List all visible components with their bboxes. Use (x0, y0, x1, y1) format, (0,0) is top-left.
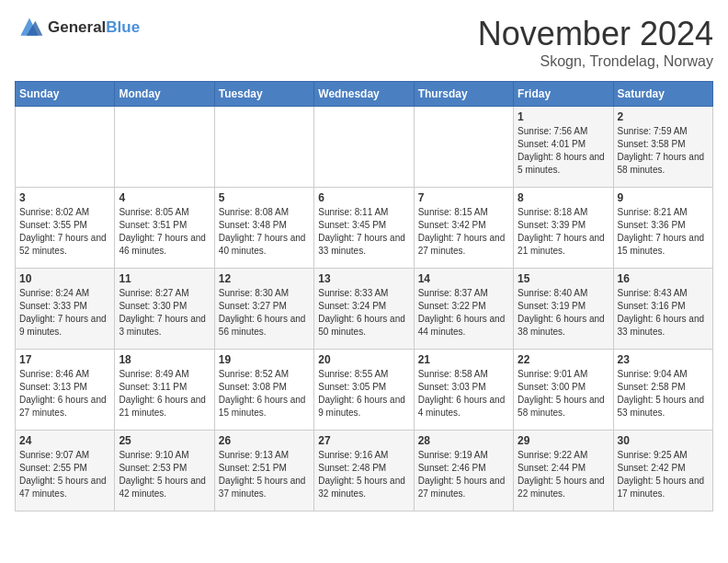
logo: GeneralBlue (15, 15, 140, 40)
cell-content: Sunrise: 8:52 AM Sunset: 3:08 PM Dayligh… (219, 368, 310, 419)
day-number: 12 (219, 272, 310, 285)
calendar-cell: 19Sunrise: 8:52 AM Sunset: 3:08 PM Dayli… (214, 350, 313, 431)
col-saturday: Saturday (613, 82, 712, 107)
calendar-cell: 21Sunrise: 8:58 AM Sunset: 3:03 PM Dayli… (414, 350, 513, 431)
calendar-cell (314, 107, 414, 188)
col-tuesday: Tuesday (214, 82, 313, 107)
calendar-cell (115, 107, 214, 188)
day-number: 13 (318, 272, 409, 285)
day-number: 17 (19, 353, 110, 366)
calendar-cell: 26Sunrise: 9:13 AM Sunset: 2:51 PM Dayli… (214, 431, 313, 511)
calendar-cell: 23Sunrise: 9:04 AM Sunset: 2:58 PM Dayli… (613, 350, 712, 431)
cell-content: Sunrise: 8:18 AM Sunset: 3:39 PM Dayligh… (518, 206, 609, 258)
calendar-cell: 9Sunrise: 8:21 AM Sunset: 3:36 PM Daylig… (613, 188, 712, 269)
calendar-cell: 27Sunrise: 9:16 AM Sunset: 2:48 PM Dayli… (314, 431, 414, 511)
calendar-cell: 11Sunrise: 8:27 AM Sunset: 3:30 PM Dayli… (115, 269, 214, 350)
cell-content: Sunrise: 9:25 AM Sunset: 2:42 PM Dayligh… (618, 449, 709, 500)
calendar-cell: 20Sunrise: 8:55 AM Sunset: 3:05 PM Dayli… (314, 350, 414, 431)
calendar-cell: 8Sunrise: 8:18 AM Sunset: 3:39 PM Daylig… (514, 188, 613, 269)
calendar-cell: 17Sunrise: 8:46 AM Sunset: 3:13 PM Dayli… (16, 350, 115, 431)
cell-content: Sunrise: 8:55 AM Sunset: 3:05 PM Dayligh… (318, 368, 409, 419)
week-row-2: 3Sunrise: 8:02 AM Sunset: 3:55 PM Daylig… (16, 188, 713, 269)
col-thursday: Thursday (414, 82, 513, 107)
day-number: 19 (219, 353, 310, 366)
week-row-1: 1Sunrise: 7:56 AM Sunset: 4:01 PM Daylig… (16, 107, 713, 188)
day-number: 24 (19, 434, 110, 447)
day-number: 20 (318, 353, 409, 366)
calendar-cell: 24Sunrise: 9:07 AM Sunset: 2:55 PM Dayli… (16, 431, 115, 511)
calendar-cell: 6Sunrise: 8:11 AM Sunset: 3:45 PM Daylig… (314, 188, 414, 269)
cell-content: Sunrise: 8:43 AM Sunset: 3:16 PM Dayligh… (618, 287, 709, 339)
calendar-cell (16, 107, 115, 188)
cell-content: Sunrise: 7:59 AM Sunset: 3:58 PM Dayligh… (618, 125, 709, 177)
day-number: 29 (518, 434, 609, 447)
cell-content: Sunrise: 8:49 AM Sunset: 3:11 PM Dayligh… (119, 368, 210, 419)
calendar-cell: 2Sunrise: 7:59 AM Sunset: 3:58 PM Daylig… (613, 107, 712, 188)
cell-content: Sunrise: 7:56 AM Sunset: 4:01 PM Dayligh… (518, 125, 609, 177)
day-number: 16 (618, 272, 709, 285)
calendar-cell (414, 107, 513, 188)
cell-content: Sunrise: 9:22 AM Sunset: 2:44 PM Dayligh… (518, 449, 609, 500)
week-row-5: 24Sunrise: 9:07 AM Sunset: 2:55 PM Dayli… (16, 431, 713, 511)
day-number: 28 (418, 434, 509, 447)
day-number: 6 (318, 191, 409, 204)
week-row-4: 17Sunrise: 8:46 AM Sunset: 3:13 PM Dayli… (16, 350, 713, 431)
col-friday: Friday (514, 82, 613, 107)
calendar-cell: 3Sunrise: 8:02 AM Sunset: 3:55 PM Daylig… (16, 188, 115, 269)
calendar-cell: 29Sunrise: 9:22 AM Sunset: 2:44 PM Dayli… (514, 431, 613, 511)
cell-content: Sunrise: 8:08 AM Sunset: 3:48 PM Dayligh… (219, 206, 310, 258)
day-number: 18 (119, 353, 210, 366)
page-header: GeneralBlue November 2024 Skogn, Trondel… (15, 15, 713, 70)
day-number: 3 (19, 191, 110, 204)
cell-content: Sunrise: 8:11 AM Sunset: 3:45 PM Dayligh… (318, 206, 409, 258)
day-number: 5 (219, 191, 310, 204)
calendar-cell: 14Sunrise: 8:37 AM Sunset: 3:22 PM Dayli… (414, 269, 513, 350)
cell-content: Sunrise: 9:13 AM Sunset: 2:51 PM Dayligh… (219, 449, 310, 500)
calendar-cell: 25Sunrise: 9:10 AM Sunset: 2:53 PM Dayli… (115, 431, 214, 511)
day-number: 27 (318, 434, 409, 447)
calendar-cell: 12Sunrise: 8:30 AM Sunset: 3:27 PM Dayli… (214, 269, 313, 350)
cell-content: Sunrise: 9:01 AM Sunset: 3:00 PM Dayligh… (518, 368, 609, 419)
cell-content: Sunrise: 8:27 AM Sunset: 3:30 PM Dayligh… (119, 287, 210, 339)
cell-content: Sunrise: 8:24 AM Sunset: 3:33 PM Dayligh… (19, 287, 110, 339)
calendar-cell: 30Sunrise: 9:25 AM Sunset: 2:42 PM Dayli… (613, 431, 712, 511)
day-number: 11 (119, 272, 210, 285)
cell-content: Sunrise: 9:16 AM Sunset: 2:48 PM Dayligh… (318, 449, 409, 500)
cell-content: Sunrise: 8:21 AM Sunset: 3:36 PM Dayligh… (618, 206, 709, 258)
day-number: 23 (618, 353, 709, 366)
col-sunday: Sunday (16, 82, 115, 107)
header-row: Sunday Monday Tuesday Wednesday Thursday… (16, 82, 713, 107)
calendar-cell: 10Sunrise: 8:24 AM Sunset: 3:33 PM Dayli… (16, 269, 115, 350)
cell-content: Sunrise: 8:05 AM Sunset: 3:51 PM Dayligh… (119, 206, 210, 258)
calendar-cell (214, 107, 313, 188)
cell-content: Sunrise: 8:33 AM Sunset: 3:24 PM Dayligh… (318, 287, 409, 339)
week-row-3: 10Sunrise: 8:24 AM Sunset: 3:33 PM Dayli… (16, 269, 713, 350)
calendar-cell: 4Sunrise: 8:05 AM Sunset: 3:51 PM Daylig… (115, 188, 214, 269)
day-number: 25 (119, 434, 210, 447)
calendar-cell: 18Sunrise: 8:49 AM Sunset: 3:11 PM Dayli… (115, 350, 214, 431)
col-monday: Monday (115, 82, 214, 107)
calendar-cell: 7Sunrise: 8:15 AM Sunset: 3:42 PM Daylig… (414, 188, 513, 269)
cell-content: Sunrise: 8:40 AM Sunset: 3:19 PM Dayligh… (518, 287, 609, 339)
calendar-cell: 13Sunrise: 8:33 AM Sunset: 3:24 PM Dayli… (314, 269, 414, 350)
calendar-cell: 22Sunrise: 9:01 AM Sunset: 3:00 PM Dayli… (514, 350, 613, 431)
cell-content: Sunrise: 9:07 AM Sunset: 2:55 PM Dayligh… (19, 449, 110, 500)
location-subtitle: Skogn, Trondelag, Norway (478, 53, 713, 70)
cell-content: Sunrise: 8:02 AM Sunset: 3:55 PM Dayligh… (19, 206, 110, 258)
day-number: 21 (418, 353, 509, 366)
col-wednesday: Wednesday (314, 82, 414, 107)
day-number: 9 (618, 191, 709, 204)
logo-general: GeneralBlue (48, 18, 140, 37)
calendar-cell: 15Sunrise: 8:40 AM Sunset: 3:19 PM Dayli… (514, 269, 613, 350)
day-number: 26 (219, 434, 310, 447)
day-number: 8 (518, 191, 609, 204)
day-number: 10 (19, 272, 110, 285)
cell-content: Sunrise: 8:46 AM Sunset: 3:13 PM Dayligh… (19, 368, 110, 419)
day-number: 2 (618, 110, 709, 123)
cell-content: Sunrise: 8:30 AM Sunset: 3:27 PM Dayligh… (219, 287, 310, 339)
day-number: 1 (518, 110, 609, 123)
calendar-cell: 1Sunrise: 7:56 AM Sunset: 4:01 PM Daylig… (514, 107, 613, 188)
calendar-cell: 16Sunrise: 8:43 AM Sunset: 3:16 PM Dayli… (613, 269, 712, 350)
cell-content: Sunrise: 9:10 AM Sunset: 2:53 PM Dayligh… (119, 449, 210, 500)
day-number: 7 (418, 191, 509, 204)
